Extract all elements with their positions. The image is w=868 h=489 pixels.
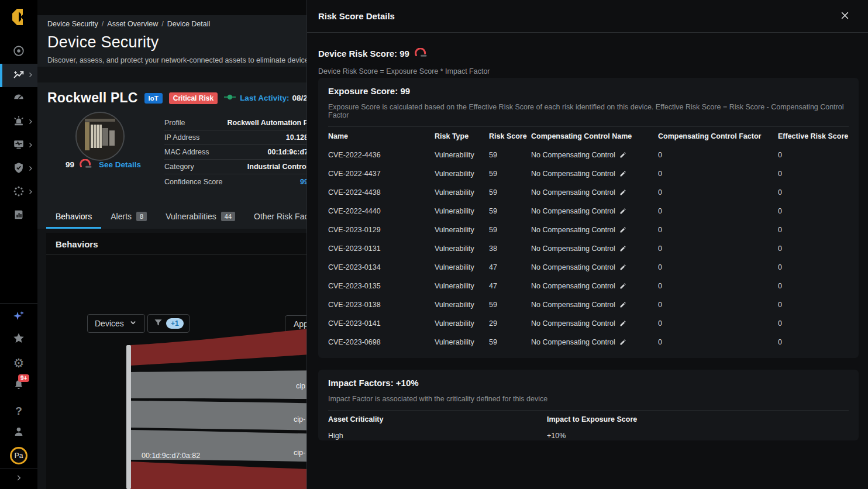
insights-icon — [12, 68, 25, 83]
sidebar-collapse-button[interactable] — [0, 471, 37, 487]
risk-type-cell: Vulnerability — [435, 239, 489, 258]
effective-score-cell: 0 — [778, 333, 849, 352]
risk-score-formula: Device Risk Score = Exposure Score * Imp… — [318, 67, 868, 75]
effective-score-cell: 0 — [778, 314, 849, 333]
control-factor-cell: 0 — [658, 146, 778, 164]
sidebar-item-processes[interactable] — [0, 181, 37, 204]
see-details-link[interactable]: See Details — [99, 160, 141, 169]
edit-pencil-icon[interactable] — [619, 226, 626, 233]
edit-pencil-icon[interactable] — [619, 320, 626, 327]
risk-gauge-icon — [409, 48, 428, 58]
risk-score-cell: 59 — [489, 333, 531, 352]
cve-link[interactable]: CVE-2022-4440 — [328, 202, 435, 221]
table-row: CVE-2023-0135Vulnerability47No Compensat… — [328, 277, 849, 295]
control-factor-cell: 0 — [658, 239, 778, 258]
tab-count-badge: 8 — [136, 212, 147, 221]
siren-icon — [12, 115, 25, 130]
control-factor-cell: 0 — [658, 352, 778, 358]
cve-link[interactable]: CVE-2022-4438 — [328, 183, 435, 202]
compensating-control-cell: No Compensating Control — [531, 239, 658, 258]
tab-count-badge: 44 — [221, 212, 235, 221]
cve-link[interactable]: CVE-2022-4436 — [328, 146, 435, 164]
tab-vulnerabilities[interactable]: Vulnerabilities44 — [156, 206, 244, 229]
risk-type-cell: Vulnerability — [435, 295, 489, 314]
risk-score-cell: 59 — [489, 295, 531, 314]
compensating-control-cell: No Compensating Control — [531, 221, 658, 239]
sidebar-item-notifications[interactable]: 9+ — [0, 374, 37, 398]
edit-pencil-icon[interactable] — [619, 264, 626, 271]
profile-value: 10.128 — [286, 133, 308, 142]
compensating-control-cell: No Compensating Control — [531, 277, 658, 295]
chevron-right-icon — [27, 117, 34, 128]
edit-pencil-icon[interactable] — [619, 151, 626, 159]
compensating-control-cell: No Compensating Control — [531, 146, 658, 164]
close-button[interactable] — [838, 8, 852, 25]
bell-icon: 9+ — [12, 378, 25, 394]
risk-type-cell: Vulnerability — [435, 333, 489, 352]
device-name: Rockwell PLC — [47, 90, 138, 106]
app-root: ⚙ 9+ ? Pa Device Security/Asset Overview… — [0, 0, 868, 489]
edit-pencil-icon[interactable] — [619, 283, 626, 290]
exposure-score-description: Exposure Score is calculated based on th… — [328, 103, 849, 119]
shield-check-icon — [12, 161, 25, 177]
edit-pencil-icon[interactable] — [619, 339, 626, 346]
sankey-flow-label: cip- — [294, 415, 305, 423]
column-header: Compensating Control Factor — [658, 127, 778, 146]
sidebar-item-monitoring[interactable] — [0, 134, 37, 157]
sidebar-item-gauge[interactable] — [0, 87, 37, 111]
cve-link[interactable]: CVE-2023-0134 — [328, 258, 435, 277]
sidebar-divider — [0, 469, 37, 469]
table-row: CVE-2022-4437Vulnerability59No Compensat… — [328, 164, 849, 183]
cve-link[interactable]: CVE-2023-0141 — [328, 314, 435, 333]
app-logo[interactable] — [0, 6, 37, 30]
sidebar-item-favorites[interactable] — [0, 328, 37, 351]
cve-link[interactable]: CVE-2023-0933 — [328, 352, 435, 358]
profile-row: CategoryIndustrial Control — [164, 160, 308, 174]
compensating-control-cell: No Compensating Control — [531, 314, 658, 333]
tab-behaviors[interactable]: Behaviors — [46, 206, 101, 229]
sankey-flow-label: cip- — [294, 449, 305, 457]
star-icon — [12, 332, 25, 347]
column-header: Risk Score — [489, 127, 531, 146]
cve-link[interactable]: CVE-2023-0698 — [328, 333, 435, 352]
risk-type-cell: Vulnerability — [435, 221, 489, 239]
sidebar-item-settings[interactable]: ⚙ — [0, 351, 37, 374]
cve-link[interactable]: CVE-2022-4437 — [328, 164, 435, 183]
edit-pencil-icon[interactable] — [619, 170, 626, 177]
sidebar-item-device-security[interactable] — [0, 64, 37, 87]
cve-link[interactable]: CVE-2023-0131 — [328, 239, 435, 258]
table-row: CVE-2023-0698Vulnerability59No Compensat… — [328, 333, 849, 352]
chevron-right-icon — [15, 474, 23, 484]
compensating-control-cell: No Compensating Control — [531, 333, 658, 352]
sidebar-item-reports[interactable] — [0, 204, 37, 228]
risk-score-cell: 59 — [489, 146, 531, 164]
sidebar-item-account[interactable]: Pa — [0, 445, 37, 467]
edit-pencil-icon[interactable] — [619, 301, 626, 308]
sidebar-item-ai-assistant[interactable] — [0, 305, 37, 329]
cve-link[interactable]: CVE-2023-0138 — [328, 295, 435, 314]
cve-link[interactable]: CVE-2023-0129 — [328, 221, 435, 239]
risk-score-cell: 59 — [489, 202, 531, 221]
sidebar-item-protection[interactable] — [0, 157, 37, 181]
effective-score-cell: 0 — [778, 277, 849, 295]
edit-pencil-icon[interactable] — [619, 208, 626, 215]
risk-level-badge: Critical Risk — [169, 92, 218, 104]
breadcrumb-item-device-security[interactable]: Device Security — [47, 20, 98, 28]
sidebar-item-help[interactable]: ? — [0, 399, 37, 422]
control-factor-cell: 0 — [658, 277, 778, 295]
edit-pencil-icon[interactable] — [619, 189, 626, 196]
breadcrumb-separator: / — [102, 20, 104, 28]
control-factor-cell: 0 — [658, 183, 778, 202]
profile-value: Rockwell Automation P — [228, 119, 308, 127]
edit-pencil-icon[interactable] — [619, 245, 626, 252]
tab-alerts[interactable]: Alerts8 — [101, 206, 156, 229]
effective-score-cell: 0 — [778, 183, 849, 202]
dotted-circle-icon — [12, 185, 25, 200]
edit-pencil-icon[interactable] — [619, 357, 626, 358]
breadcrumb-item-asset-overview[interactable]: Asset Overview — [107, 20, 158, 28]
sidebar-item-user[interactable] — [0, 421, 37, 445]
cve-link[interactable]: CVE-2023-0135 — [328, 277, 435, 295]
effective-score-cell: 0 — [778, 146, 849, 164]
sidebar-item-radar[interactable] — [0, 40, 37, 64]
sidebar-item-alerts[interactable] — [0, 111, 37, 134]
